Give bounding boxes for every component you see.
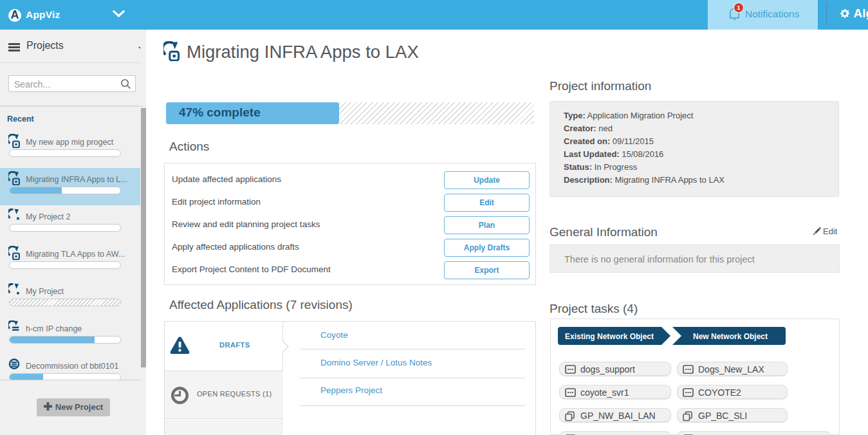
svg-text:New Network Object: New Network Object (693, 332, 768, 341)
svg-text:Existing Network Object: Existing Network Object (565, 332, 654, 341)
